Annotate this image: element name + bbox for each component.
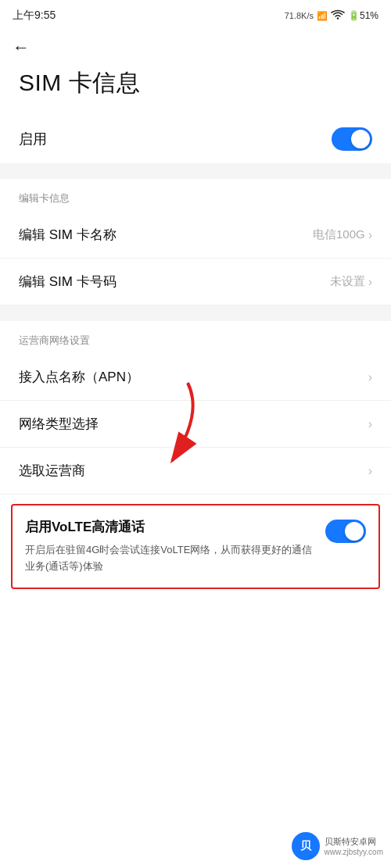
page-title: SIM 卡信息 [0, 61, 391, 115]
network-speed: 71.8K/s [285, 11, 314, 20]
carrier-select-right: › [368, 464, 372, 478]
edit-sim-name-item[interactable]: 编辑 SIM 卡名称 电信100G › [0, 212, 391, 259]
enable-row: 启用 [0, 115, 391, 163]
edit-sim-name-label: 编辑 SIM 卡名称 [19, 226, 117, 244]
status-icons: 71.8K/s 📶 🔋51% [285, 9, 378, 22]
carrier-select-item[interactable]: 选取运营商 › [0, 448, 391, 495]
edit-sim-name-value: 电信100G [313, 227, 365, 242]
enable-toggle[interactable] [332, 127, 372, 151]
network-type-label: 网络类型选择 [19, 415, 99, 433]
chevron-icon: › [368, 228, 372, 242]
volte-toggle[interactable] [325, 520, 366, 543]
battery-icon: 🔋51% [348, 10, 378, 21]
section-divider-2 [0, 305, 391, 321]
apn-item[interactable]: 接入点名称（APN） › [0, 354, 391, 401]
chevron-icon-3: › [368, 370, 372, 384]
section-divider-1 [0, 163, 391, 179]
back-button[interactable]: ← [0, 28, 391, 61]
section-header-edit: 编辑卡信息 [0, 179, 391, 212]
chevron-icon-2: › [368, 275, 372, 289]
wifi-icon [331, 9, 345, 22]
chevron-icon-4: › [368, 417, 372, 431]
status-bar: 上午9:55 71.8K/s 📶 🔋51% [0, 0, 391, 28]
volte-title: 启用VoLTE高清通话 [25, 518, 316, 536]
edit-sim-number-label: 编辑 SIM 卡号码 [19, 273, 117, 291]
watermark-logo: 贝 [292, 832, 320, 860]
apn-right: › [368, 370, 372, 384]
enable-label: 启用 [19, 130, 47, 148]
edit-sim-number-right: 未设置 › [330, 274, 372, 289]
watermark-text: 贝斯特安卓网 www.zjbstyy.com [325, 836, 383, 856]
signal-icon: 📶 [317, 11, 328, 21]
volte-content: 启用VoLTE高清通话 开启后在驻留4G时会尝试连接VoLTE网络，从而获得更好… [25, 518, 316, 575]
network-type-right: › [368, 417, 372, 431]
apn-label: 接入点名称（APN） [19, 368, 139, 386]
edit-sim-number-item[interactable]: 编辑 SIM 卡号码 未设置 › [0, 259, 391, 305]
section-header-carrier: 运营商网络设置 [0, 321, 391, 354]
chevron-icon-5: › [368, 464, 372, 478]
edit-sim-number-value: 未设置 [330, 274, 365, 289]
network-type-item[interactable]: 网络类型选择 › [0, 401, 391, 448]
carrier-select-label: 选取运营商 [19, 462, 85, 480]
volte-description: 开启后在驻留4G时会尝试连接VoLTE网络，从而获得更好的通信业务(通话等)体验 [25, 542, 316, 575]
watermark: 贝 贝斯特安卓网 www.zjbstyy.com [292, 832, 383, 860]
status-time: 上午9:55 [13, 9, 56, 23]
volte-box: 启用VoLTE高清通话 开启后在驻留4G时会尝试连接VoLTE网络，从而获得更好… [11, 504, 380, 589]
edit-sim-name-right: 电信100G › [313, 227, 372, 242]
